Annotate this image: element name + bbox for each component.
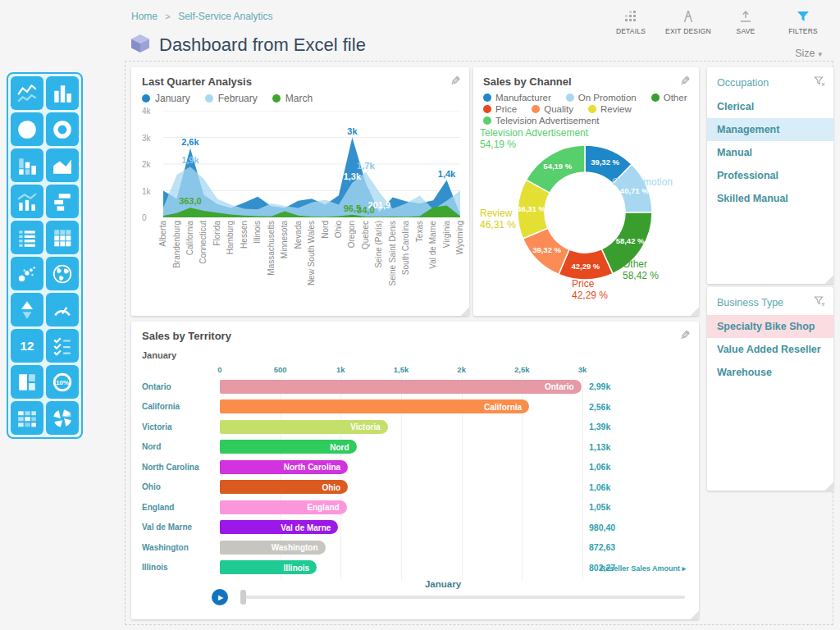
slider-handle[interactable]: [240, 590, 246, 605]
bar-category-label: Washington: [142, 543, 220, 552]
card-fold-corner: [690, 307, 699, 316]
tool-bar-chart-icon[interactable]: [46, 76, 79, 110]
data-point-label: 363,0: [179, 196, 202, 206]
bar-category-label: California: [142, 402, 220, 411]
sales-by-territory-card[interactable]: Sales by Territory ✎ January 05001k1,5k2…: [131, 322, 699, 619]
tool-checklist-icon[interactable]: [46, 329, 79, 363]
legend-dot: [272, 94, 281, 103]
area-chart-legend: JanuaryFebruaryMarch: [142, 93, 459, 104]
data-point-label: 1,3k: [344, 171, 361, 181]
bar-value-label: 872,63: [589, 542, 615, 552]
bar-category-label: Val de Marne: [142, 523, 220, 532]
donut-chart-legend: ManufacturerOn PromotionOtherPriceQualit…: [483, 93, 689, 126]
filter-item-clerical[interactable]: Clerical: [707, 95, 833, 118]
bar-inner-label: California: [484, 402, 522, 411]
tool-stacked-bar-chart-icon[interactable]: [11, 148, 43, 182]
bar-value-label: 1,39k: [589, 422, 610, 431]
bar-category-label: Ontario: [142, 382, 220, 391]
svg-text:42,29 %: 42,29 %: [571, 262, 600, 271]
filter-item-value-added-reseller[interactable]: Value Added Reseller: [707, 338, 833, 361]
x-axis-label: Minnesota: [280, 221, 289, 258]
card-title: Sales by Channel: [483, 75, 689, 88]
bar-row: Val de MarneVal de Marne980,40: [142, 518, 688, 538]
filter-item-warehouse[interactable]: Warehouse: [707, 361, 833, 384]
callout-price: Price 42,29 %: [572, 278, 608, 301]
legend-dot: [588, 105, 596, 113]
tool-line-chart-icon[interactable]: [11, 76, 43, 110]
tool-area-chart-icon[interactable]: [46, 148, 79, 182]
x-axis-label: Connecticut: [199, 221, 208, 264]
exit-design-button[interactable]: EXIT DESIGN: [663, 5, 714, 39]
edit-pencil-icon[interactable]: ✎: [680, 74, 691, 89]
filters-button[interactable]: FILTERS: [778, 5, 829, 39]
bar-value-label: 1,06k: [589, 462, 610, 472]
legend-dot: [483, 105, 491, 113]
x-axis-label: California: [185, 221, 194, 255]
details-button[interactable]: DETAILS: [605, 5, 656, 39]
bar[interactable]: Ohio: [220, 480, 348, 494]
sales-by-channel-card[interactable]: Sales by Channel ✎ ManufacturerOn Promot…: [473, 67, 699, 316]
filter-item-manual[interactable]: Manual: [707, 141, 833, 164]
size-dropdown[interactable]: Size▾: [795, 48, 822, 59]
x-axis-label: New South Wales: [307, 221, 316, 285]
filter-item-management[interactable]: Management: [707, 118, 833, 141]
tool-pie-chart-icon[interactable]: [11, 112, 43, 146]
bar-value-label: 1,13k: [589, 442, 610, 452]
x-axis-label: Nord: [321, 221, 330, 239]
edit-pencil-icon[interactable]: ✎: [450, 74, 461, 89]
tool-card-number-icon[interactable]: 12: [11, 329, 43, 363]
tool-donut-chart-icon[interactable]: [46, 112, 79, 146]
filter-item-skilled-manual[interactable]: Skilled Manual: [707, 187, 833, 210]
bar-row: OhioOhio1,06k: [142, 477, 688, 498]
bar-category-label: Ohio: [142, 482, 220, 491]
bar[interactable]: Illinois: [220, 560, 317, 574]
bar[interactable]: North Carolina: [220, 460, 348, 474]
breadcrumb-home[interactable]: Home: [131, 11, 158, 22]
edit-pencil-icon[interactable]: ✎: [680, 328, 691, 343]
tool-combo-chart-icon[interactable]: [11, 185, 43, 218]
clear-filter-icon[interactable]: [814, 75, 825, 90]
chart-toolbox: 1210%: [7, 72, 83, 439]
drill-link[interactable]: Reseller Sales Amount ▸: [600, 564, 686, 573]
bar[interactable]: England: [220, 500, 347, 514]
tool-gauge-icon[interactable]: [46, 293, 79, 326]
bar-inner-label: Illinois: [284, 563, 310, 572]
page-title: Dashboard from Excel file: [159, 34, 366, 56]
bar[interactable]: Ontario: [220, 380, 582, 394]
last-quarter-analysis-card[interactable]: Last Quarter Analysis ✎ JanuaryFebruaryM…: [131, 67, 469, 316]
bar[interactable]: Nord: [220, 440, 357, 454]
bar-inner-label: Val de Marne: [281, 523, 331, 532]
legend-item: Quality: [532, 104, 573, 114]
tool-horizontal-bar-chart-icon[interactable]: [46, 185, 79, 218]
tool-scatter-chart-icon[interactable]: [11, 257, 43, 290]
legend-item: January: [142, 93, 190, 104]
bar[interactable]: Washington: [220, 541, 326, 555]
tool-map-icon[interactable]: [46, 257, 79, 290]
tool-grid-list-icon[interactable]: [11, 221, 43, 254]
breadcrumb-current[interactable]: Self-Service Analytics: [178, 11, 272, 22]
bar-row: NordNord1,13k: [142, 437, 688, 458]
timeline-slider[interactable]: [242, 596, 685, 599]
filter-item-professional[interactable]: Professional: [707, 164, 833, 187]
data-point-label: 3k: [347, 126, 357, 136]
play-button[interactable]: ▶: [212, 589, 228, 605]
x-axis-label: Hessen: [240, 221, 249, 249]
filter-item-specialty-bike-shop[interactable]: Specialty Bike Shop: [707, 315, 833, 338]
bar-inner-label: North Carolina: [284, 463, 340, 472]
tool-pivot-grid-icon[interactable]: [46, 221, 79, 254]
bar[interactable]: California: [220, 399, 529, 413]
legend-item: Review: [588, 104, 632, 114]
clear-filter-icon[interactable]: [814, 295, 825, 310]
tool-pyramid-chart-icon[interactable]: [11, 293, 43, 326]
save-button[interactable]: SAVE: [720, 5, 771, 39]
filters-icon: [779, 8, 827, 25]
tool-treemap-icon[interactable]: [11, 365, 43, 399]
bar[interactable]: Victoria: [220, 420, 388, 434]
tool-progress-circle-icon[interactable]: 10%: [46, 365, 79, 399]
tool-tile-grid-icon[interactable]: [11, 401, 43, 435]
x-axis-label: Ohio: [334, 221, 343, 238]
x-axis-tick: 500: [274, 365, 287, 374]
tool-rose-chart-icon[interactable]: [46, 401, 79, 435]
x-axis-label: South Carolina: [401, 221, 410, 275]
bar[interactable]: Val de Marne: [220, 520, 338, 534]
